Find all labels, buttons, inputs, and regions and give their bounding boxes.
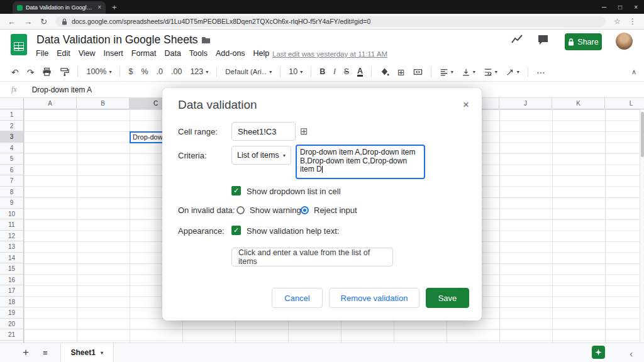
select-data-range-icon[interactable]: ⊞	[300, 126, 308, 137]
menu-insert[interactable]: Insert	[104, 49, 123, 58]
show-dropdown-checkbox[interactable]: ✓	[231, 186, 241, 195]
window-close-icon[interactable]: ×	[634, 4, 638, 11]
insights-icon[interactable]	[511, 35, 523, 44]
all-sheets-icon[interactable]: ≡	[43, 348, 48, 358]
show-help-text-checkbox[interactable]: ✓	[231, 226, 241, 235]
row-header-19[interactable]: 19	[0, 307, 23, 319]
show-warning-radio[interactable]	[236, 206, 245, 214]
row-header-15[interactable]: 15	[0, 263, 23, 275]
row-header-21[interactable]: 21	[0, 329, 23, 341]
reject-input-radio[interactable]	[301, 206, 309, 214]
row-header-18[interactable]: 18	[0, 297, 23, 308]
column-header-A[interactable]: A	[24, 98, 77, 109]
row-header-6[interactable]: 6	[0, 165, 23, 176]
more-toolbar-icon[interactable]: ⋯	[536, 68, 546, 77]
browser-tab[interactable]: Data Validation in Google Sheet ×	[13, 1, 106, 14]
new-tab-button[interactable]: +	[112, 3, 117, 12]
italic-button[interactable]: I	[333, 68, 335, 76]
share-button[interactable]: Share	[565, 33, 602, 50]
row-header-12[interactable]: 12	[0, 231, 23, 242]
zoom-select[interactable]: 100%▾	[86, 68, 111, 76]
add-sheet-icon[interactable]: +	[23, 346, 29, 359]
last-edit-link[interactable]: Last edit was yesterday at 11:11 AM	[272, 50, 387, 58]
browser-menu-icon[interactable]: ⋮	[629, 17, 636, 26]
move-folder-icon[interactable]	[201, 36, 211, 44]
horizontal-align-button[interactable]: ▾	[440, 68, 453, 77]
help-text-input[interactable]: Click and enter a value from the list of…	[231, 248, 393, 266]
borders-icon[interactable]: ⊞	[397, 68, 405, 77]
forward-icon[interactable]: →	[24, 18, 32, 26]
row-header-10[interactable]: 10	[0, 209, 23, 220]
remove-validation-button[interactable]: Remove validation	[329, 288, 419, 308]
row-header-2[interactable]: 2	[0, 121, 23, 132]
menu-help[interactable]: Help	[253, 49, 270, 58]
fill-color-icon[interactable]	[380, 67, 389, 77]
row-header-20[interactable]: 20	[0, 319, 23, 330]
collapse-toolbar-icon[interactable]: ∧	[631, 68, 636, 76]
row-header-11[interactable]: 11	[0, 219, 23, 231]
reload-icon[interactable]: ↻	[40, 18, 47, 26]
row-header-13[interactable]: 13	[0, 241, 23, 253]
scroll-left-icon[interactable]: ‹	[630, 349, 633, 359]
vertical-align-button[interactable]: ▾	[462, 68, 475, 77]
window-maximize-icon[interactable]: □	[618, 4, 622, 11]
text-color-button[interactable]: A	[357, 67, 363, 77]
menu-tools[interactable]: Tools	[189, 49, 208, 58]
menu-data[interactable]: Data	[164, 49, 180, 58]
paint-format-icon[interactable]	[60, 67, 69, 77]
scrollbar-thumb[interactable]	[641, 112, 644, 157]
window-minimize-icon[interactable]: ─	[602, 4, 606, 11]
vertical-scrollbar[interactable]	[640, 109, 644, 343]
format-currency-button[interactable]: $	[128, 68, 133, 76]
row-header-9[interactable]: 9	[0, 197, 23, 209]
cancel-button[interactable]: Cancel	[272, 288, 323, 308]
menu-format[interactable]: Format	[131, 49, 157, 58]
format-percent-button[interactable]: %	[141, 68, 148, 76]
font-size-select[interactable]: 10▾	[289, 68, 303, 76]
formula-input[interactable]: Drop-down item A	[32, 85, 92, 94]
text-rotation-button[interactable]: ▾	[506, 68, 519, 77]
merge-cells-icon[interactable]	[413, 67, 423, 77]
menu-add-ons[interactable]: Add-ons	[216, 49, 245, 58]
criteria-items-input[interactable]: Drop-down item A,Drop-down item B,Drop-d…	[296, 145, 425, 179]
cell-range-input[interactable]: Sheet1!C3	[231, 122, 296, 141]
dialog-close-icon[interactable]: ×	[463, 99, 469, 111]
row-header-1[interactable]: 1	[0, 109, 23, 121]
bold-button[interactable]: B	[319, 68, 325, 76]
redo-icon[interactable]: ↷	[27, 68, 35, 77]
comment-icon[interactable]	[538, 35, 548, 45]
text-wrap-button[interactable]: ▾	[484, 68, 497, 77]
column-header-J[interactable]: J	[499, 98, 552, 109]
font-select[interactable]: Default (Ari…)▾	[225, 69, 272, 76]
row-header-7[interactable]: 7	[0, 175, 23, 187]
row-header-16[interactable]: 16	[0, 275, 23, 286]
column-header-L[interactable]: L	[605, 98, 644, 109]
menu-view[interactable]: View	[79, 49, 96, 58]
sheet-tab-sheet1[interactable]: Sheet1 ▾	[60, 343, 114, 362]
decrease-decimal-button[interactable]: .0	[157, 68, 163, 76]
menu-file[interactable]: File	[36, 49, 48, 58]
avatar[interactable]	[616, 33, 633, 50]
more-formats-button[interactable]: 123▾	[190, 68, 208, 76]
bookmark-star-icon[interactable]: ☆	[614, 17, 621, 26]
row-header-4[interactable]: 4	[0, 143, 23, 154]
sheets-logo-icon[interactable]	[11, 34, 27, 55]
tab-close-icon[interactable]: ×	[97, 4, 101, 11]
criteria-type-select[interactable]: List of items ▾	[231, 146, 291, 165]
undo-icon[interactable]: ↶	[11, 68, 19, 77]
select-all-corner[interactable]	[0, 98, 24, 109]
row-header-14[interactable]: 14	[0, 253, 23, 264]
address-bar[interactable]: docs.google.com/spreadsheets/d/1Lu4DT5mP…	[55, 16, 606, 27]
row-header-3[interactable]: 3	[0, 131, 23, 143]
back-icon[interactable]: ←	[8, 18, 16, 26]
strikethrough-button[interactable]: S	[344, 68, 349, 76]
explore-icon[interactable]	[592, 346, 605, 359]
row-header-8[interactable]: 8	[0, 187, 23, 198]
document-title[interactable]: Data Validation in Google Sheets	[36, 33, 198, 47]
print-icon[interactable]	[42, 67, 52, 77]
menu-edit[interactable]: Edit	[57, 49, 70, 58]
star-document-icon[interactable]: ☆	[187, 35, 194, 45]
row-header-17[interactable]: 17	[0, 285, 23, 297]
row-header-5[interactable]: 5	[0, 153, 23, 165]
increase-decimal-button[interactable]: .00	[171, 68, 182, 76]
